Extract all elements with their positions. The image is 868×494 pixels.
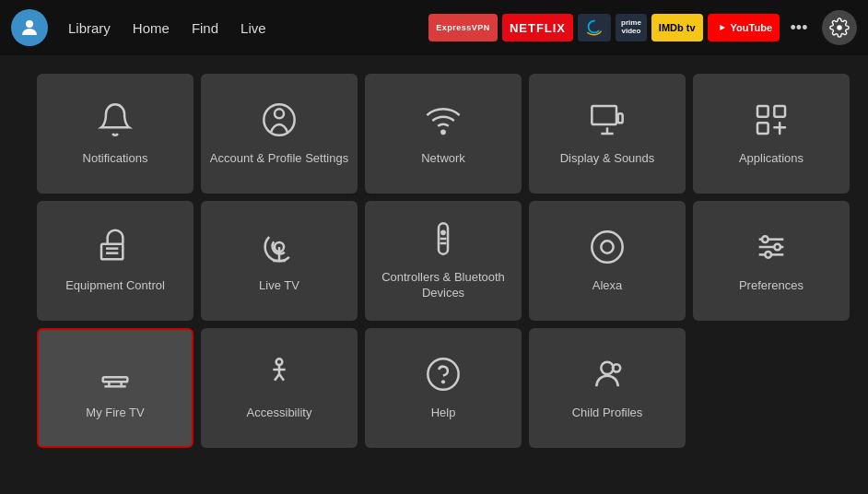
tile-applications-label: Applications — [739, 151, 803, 167]
tile-help[interactable]: Help — [365, 328, 522, 448]
tile-my-fire-tv[interactable]: My Fire TV — [37, 328, 194, 448]
svg-point-20 — [592, 231, 622, 262]
tile-account-profile[interactable]: Account & Profile Settings — [201, 74, 358, 194]
topbar: Library Home Find Live ExpressVPN NETFLI… — [0, 0, 868, 55]
tile-accessibility[interactable]: Accessibility — [201, 328, 358, 448]
nav-live[interactable]: Live — [231, 17, 276, 40]
tile-accessibility-label: Accessibility — [247, 406, 312, 421]
app-imdb[interactable]: IMDb tv — [651, 14, 703, 41]
app-prime[interactable]: primevideo — [616, 14, 647, 41]
bell-icon — [97, 101, 134, 142]
svg-point-4 — [441, 130, 444, 133]
svg-rect-5 — [592, 106, 616, 124]
svg-point-34 — [428, 359, 458, 389]
tile-applications[interactable]: Applications — [693, 74, 850, 194]
tile-account-profile-label: Account & Profile Settings — [210, 151, 348, 167]
svg-point-3 — [275, 109, 284, 118]
tile-equipment-control-label: Equipment Control — [65, 278, 165, 294]
svg-point-27 — [765, 252, 771, 258]
svg-point-0 — [26, 20, 33, 28]
svg-rect-9 — [757, 123, 768, 134]
nav-links: Library Home Find Live — [59, 17, 276, 40]
grid-row-1: Notifications Account & Profile Settings… — [37, 74, 831, 194]
nav-home[interactable]: Home — [123, 17, 179, 40]
nav-library[interactable]: Library — [59, 17, 120, 40]
tile-notifications-label: Notifications — [83, 151, 148, 167]
app-youtube[interactable]: YouTube — [708, 14, 780, 41]
question-circle-icon — [425, 356, 462, 396]
app-amazon[interactable] — [578, 14, 611, 41]
tile-help-label: Help — [431, 406, 456, 421]
wifi-icon — [425, 101, 462, 142]
svg-marker-1 — [720, 25, 725, 30]
tile-child-profiles-label: Child Profiles — [572, 406, 643, 421]
app-shortcuts: ExpressVPN NETFLIX primevideo IMDb tv Yo… — [428, 10, 857, 45]
grid-row-2: Equipment Control Live TV — [37, 201, 831, 321]
tv-remote-icon — [97, 229, 134, 269]
svg-point-26 — [774, 243, 780, 250]
tile-display-sounds[interactable]: Display & Sounds — [529, 74, 686, 194]
tile-alexa[interactable]: Alexa — [529, 201, 686, 321]
tile-alexa-label: Alexa — [592, 278, 623, 294]
svg-rect-28 — [103, 377, 128, 382]
antenna-icon — [261, 229, 298, 269]
tile-controllers-bluetooth[interactable]: Controllers & Bluetooth Devices — [365, 201, 522, 321]
settings-button[interactable] — [822, 10, 857, 45]
app-expressvpn[interactable]: ExpressVPN — [428, 14, 498, 41]
svg-point-25 — [762, 236, 768, 242]
remote-icon — [425, 220, 462, 261]
tile-notifications[interactable]: Notifications — [37, 74, 194, 194]
tile-my-fire-tv-label: My Fire TV — [86, 406, 144, 421]
tile-live-tv-label: Live TV — [259, 278, 299, 294]
grid-row-3: My Fire TV Accessibility — [37, 328, 831, 448]
sliders-icon — [753, 229, 790, 269]
alexa-circle-icon — [589, 229, 626, 269]
apps-grid-icon — [753, 101, 790, 142]
app-netflix[interactable]: NETFLIX — [502, 14, 573, 41]
tile-controllers-bluetooth-label: Controllers & Bluetooth Devices — [365, 270, 522, 301]
tile-child-profiles[interactable]: Child Profiles — [529, 328, 686, 448]
nav-find[interactable]: Find — [182, 17, 228, 40]
tile-equipment-control[interactable]: Equipment Control — [37, 201, 194, 321]
person-circle-icon — [261, 101, 298, 142]
tile-display-sounds-label: Display & Sounds — [560, 151, 655, 167]
tile-live-tv[interactable]: Live TV — [201, 201, 358, 321]
fire-tv-icon — [97, 356, 134, 396]
svg-point-32 — [276, 359, 283, 365]
svg-point-17 — [441, 231, 444, 234]
svg-point-37 — [613, 364, 620, 371]
settings-grid: Notifications Account & Profile Settings… — [0, 55, 868, 466]
svg-rect-10 — [101, 243, 123, 259]
tile-preferences-label: Preferences — [739, 278, 803, 294]
accessibility-icon — [261, 356, 298, 396]
tile-network[interactable]: Network — [365, 74, 522, 194]
svg-rect-8 — [774, 106, 785, 117]
avatar[interactable] — [11, 9, 48, 46]
svg-rect-6 — [618, 113, 623, 123]
more-apps-button[interactable]: ••• — [784, 13, 814, 42]
child-profile-icon — [589, 356, 626, 396]
svg-point-21 — [601, 241, 613, 253]
svg-rect-7 — [757, 106, 768, 117]
tile-network-label: Network — [421, 151, 465, 167]
tile-preferences[interactable]: Preferences — [693, 201, 850, 321]
monitor-speaker-icon — [589, 101, 626, 142]
